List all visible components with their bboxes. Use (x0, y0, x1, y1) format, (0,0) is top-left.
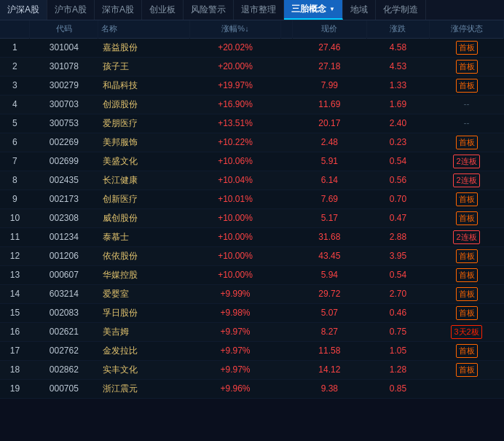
spacer (281, 379, 293, 398)
stock-price: 31.68 (292, 227, 366, 246)
spacer (281, 114, 293, 133)
price-diff: 0.47 (366, 208, 429, 227)
stock-name: 实丰文化 (98, 360, 189, 379)
table-row[interactable]: 18002862实丰文化+9.97%14.121.28首板 (0, 360, 504, 379)
spacer (281, 246, 293, 265)
table-row[interactable]: 5300753爱朋医疗+13.51%20.172.40-- (0, 114, 504, 133)
table-row[interactable]: 1301004嘉益股份+20.02%27.464.58首板 (0, 38, 504, 57)
col-header-1: 代码 (30, 20, 98, 38)
table-row[interactable]: 14603214爱婴室+9.99%29.722.70首板 (0, 284, 504, 303)
nav-tab-0[interactable]: 沪深A股 (0, 0, 47, 20)
stock-price: 5.07 (292, 303, 366, 322)
row-num: 17 (0, 341, 30, 360)
table-row[interactable]: 2301078孩子王+20.00%27.184.53首板 (0, 57, 504, 76)
nav-tab-7[interactable]: 地域 (343, 0, 376, 20)
stock-price: 7.69 (292, 190, 366, 208)
table-row[interactable]: 9002173创新医疗+10.01%7.690.70首板 (0, 190, 504, 208)
change-pct: +9.98% (189, 303, 280, 322)
nav-tab-3[interactable]: 创业板 (142, 0, 184, 20)
col-header-5: 现价 (292, 20, 366, 38)
table-row[interactable]: 10002308威创股份+10.00%5.170.47首板 (0, 208, 504, 227)
table-row[interactable]: 15002083孚日股份+9.98%5.070.46首板 (0, 303, 504, 322)
limit-status: 首板 (430, 246, 504, 265)
spacer (281, 95, 293, 114)
nav-tab-8[interactable]: 化学制造 (376, 0, 426, 20)
limit-status: 首板 (430, 38, 504, 57)
table-row[interactable]: 16002621美吉姆+9.97%8.270.753天2板 (0, 322, 504, 341)
price-diff: 0.54 (366, 152, 429, 171)
row-num: 18 (0, 360, 30, 379)
row-num: 5 (0, 114, 30, 133)
table-row[interactable]: 17002762金发拉比+9.97%11.581.05首板 (0, 341, 504, 360)
nav-tab-2[interactable]: 深市A股 (95, 0, 142, 20)
stock-name: 孚日股份 (98, 303, 189, 322)
stock-price: 43.45 (292, 246, 366, 265)
stock-code: 000607 (30, 265, 98, 284)
change-pct: +10.04% (189, 171, 280, 190)
col-header-7: 涨停状态 (430, 20, 504, 38)
top-nav: 沪深A股沪市A股深市A股创业板风险警示退市整理三胎概念地域化学制造 (0, 0, 504, 20)
nav-tab-4[interactable]: 风险警示 (184, 0, 234, 20)
stock-price: 29.72 (292, 284, 366, 303)
nav-tab-5[interactable]: 退市整理 (234, 0, 284, 20)
row-num: 16 (0, 322, 30, 341)
stock-name: 美吉姆 (98, 322, 189, 341)
stock-code: 002173 (30, 190, 98, 208)
limit-status: 首板 (430, 303, 504, 322)
row-num: 10 (0, 208, 30, 227)
table-row[interactable]: 8002435长江健康+10.04%6.140.562连板 (0, 171, 504, 190)
spacer (281, 284, 293, 303)
limit-status (430, 379, 504, 398)
change-pct: +10.00% (189, 265, 280, 284)
table-row[interactable]: 13000607华媒控股+10.00%5.940.54首板 (0, 265, 504, 284)
stock-name: 爱婴室 (98, 284, 189, 303)
price-diff: 0.23 (366, 133, 429, 152)
table-row[interactable]: 4300703创源股份+16.90%11.691.69-- (0, 95, 504, 114)
change-pct: +10.00% (189, 227, 280, 246)
table-row[interactable]: 19000705浙江震元+9.96%9.380.85 (0, 379, 504, 398)
table-row[interactable]: 6002269美邦服饰+10.22%2.480.23首板 (0, 133, 504, 152)
stock-name: 美邦服饰 (98, 133, 189, 152)
stock-name: 爱朋医疗 (98, 114, 189, 133)
spacer (281, 322, 293, 341)
price-diff: 0.70 (366, 190, 429, 208)
row-num: 11 (0, 227, 30, 246)
stock-price: 14.12 (292, 360, 366, 379)
price-diff: 4.58 (366, 38, 429, 57)
row-num: 6 (0, 133, 30, 152)
spacer (281, 171, 293, 190)
stock-name: 创新医疗 (98, 190, 189, 208)
change-pct: +20.00% (189, 57, 280, 76)
stock-name: 浙江震元 (98, 379, 189, 398)
stock-code: 002269 (30, 133, 98, 152)
table-row[interactable]: 12001206依依股份+10.00%43.453.95首板 (0, 246, 504, 265)
row-num: 4 (0, 95, 30, 114)
stock-code: 002083 (30, 303, 98, 322)
stock-price: 5.17 (292, 208, 366, 227)
change-pct: +10.00% (189, 246, 280, 265)
limit-status: 首板 (430, 57, 504, 76)
price-diff: 2.70 (366, 284, 429, 303)
limit-status: 首板 (430, 284, 504, 303)
nav-tab-1[interactable]: 沪市A股 (47, 0, 95, 20)
change-pct: +10.01% (189, 190, 280, 208)
stock-price: 20.17 (292, 114, 366, 133)
col-header-2: 名称 (98, 20, 189, 38)
nav-tab-6[interactable]: 三胎概念 (284, 0, 343, 20)
stock-code: 002621 (30, 322, 98, 341)
col-header-6: 涨跌 (366, 20, 429, 38)
stock-code: 301004 (30, 38, 98, 57)
stock-price: 27.18 (292, 57, 366, 76)
stock-name: 和晶科技 (98, 76, 189, 95)
table-row[interactable]: 3300279和晶科技+19.97%7.991.33首板 (0, 76, 504, 95)
table-row[interactable]: 11001234泰慕士+10.00%31.682.882连板 (0, 227, 504, 246)
table-row[interactable]: 7002699美盛文化+10.06%5.910.542连板 (0, 152, 504, 171)
change-pct: +10.22% (189, 133, 280, 152)
limit-status: 2连板 (430, 171, 504, 190)
stock-code: 002699 (30, 152, 98, 171)
row-num: 19 (0, 379, 30, 398)
stock-code: 001206 (30, 246, 98, 265)
stock-price: 27.46 (292, 38, 366, 57)
limit-status: 首板 (430, 190, 504, 208)
price-diff: 0.75 (366, 322, 429, 341)
